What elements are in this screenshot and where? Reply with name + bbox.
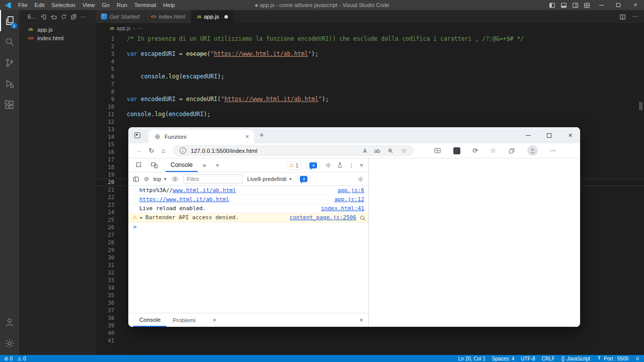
menu-view[interactable]: View [79,0,99,10]
editor-scrollbar[interactable] [639,102,642,110]
code-line-8[interactable]: 8 [96,88,644,96]
cursor-position[interactable]: Ln 20, Col 1 [458,356,486,361]
add-panel-icon[interactable]: + [211,161,224,169]
new-file-icon[interactable] [40,14,47,20]
devtools-more-icon[interactable]: ⋮ [348,162,354,169]
expand-caret-icon[interactable]: ▶ [140,216,142,220]
devtools-close-icon[interactable]: × [359,161,363,169]
console-settings-gear-icon[interactable] [357,176,364,183]
drawer-tab-console[interactable]: Console [133,313,167,327]
console-messages-badge[interactable]: 4 [306,161,320,169]
browser-minimize-button[interactable] [524,135,532,136]
split-editor-icon[interactable] [619,14,626,20]
translate-icon[interactable]: ab [374,148,380,154]
filter-input[interactable]: Filtro [183,174,243,184]
favorites-icon[interactable]: ☆ [490,147,496,154]
eol-sequence[interactable]: CRLF [542,356,555,361]
browser-essentials-icon[interactable] [434,147,441,154]
activity-source-control[interactable] [0,52,19,73]
source-link[interactable]: app.js:6 [338,187,364,194]
code-line-41[interactable]: 41 [96,337,644,344]
menu-go[interactable]: Go [98,0,113,10]
code-line-11[interactable]: 11console.log(encodedURI); [96,111,644,118]
collapse-folders-icon[interactable] [70,14,77,20]
window-close-button[interactable]: × [627,0,644,10]
source-link[interactable]: index.html:41 [321,205,364,212]
toggle-panel-icon[interactable] [560,2,567,9]
refresh-explorer-icon[interactable] [60,14,67,20]
console-prompt[interactable]: > [133,224,137,230]
breadcrumb-file[interactable]: app.js [117,25,131,31]
code-line-3[interactable]: 3var escapedURI = escape("https://www.ht… [96,50,644,58]
menu-selection[interactable]: Selection [48,0,78,10]
encoding[interactable]: UTF-8 [521,356,535,361]
code-line-5[interactable]: 5 [96,65,644,73]
code-line-1[interactable]: 1/* In presenza di un URI utilizziamo la… [96,35,644,43]
home-icon[interactable]: ⌂ [157,147,170,154]
editor-tab-app.js[interactable]: JSapp.js [191,10,234,23]
context-selector[interactable]: top▼ [153,176,167,182]
problems-errors[interactable]: ⊘0 [4,356,13,361]
url-text[interactable]: 127.0.0.1:5500/index.html [191,148,257,154]
extension-icon[interactable] [453,147,460,154]
filter-messages-badge[interactable]: 4 [297,175,310,183]
code-line-40[interactable]: 40 [96,329,644,337]
code-line-6[interactable]: 6 console.log(escapedURI); [96,73,644,80]
drawer-close-icon[interactable]: × [359,316,363,324]
file-item-index.html[interactable]: <>index.html [19,34,96,42]
console-link[interactable]: www.html.it/ab.html [173,187,236,194]
code-line-12[interactable]: 12 [96,118,644,126]
devtools-tab-console[interactable]: Console [166,158,198,172]
new-tab-button[interactable]: + [260,131,264,139]
menu-run[interactable]: Run [113,0,131,10]
activity-extensions[interactable] [0,95,19,116]
menu-help[interactable]: Help [159,0,179,10]
menu-file[interactable]: File [15,0,31,10]
experiments-icon[interactable] [337,162,343,168]
customize-layout-icon[interactable] [584,2,590,9]
notifications-bell-icon[interactable] [635,356,640,361]
profile-avatar[interactable] [527,145,538,156]
console-sidebar-icon[interactable] [133,176,139,183]
browser-settings-more-icon[interactable]: ⋯ [550,147,556,154]
read-aloud-icon[interactable]: A [363,148,367,154]
zoom-icon[interactable] [387,148,393,154]
problems-warnings[interactable]: ⚠0 [17,356,26,361]
page-viewport[interactable] [369,158,580,327]
tab-actions-menu-icon[interactable] [134,132,141,139]
code-line-10[interactable]: 10 [96,103,644,111]
activity-run-debug[interactable] [0,73,19,95]
new-folder-icon[interactable] [50,14,57,20]
toggle-sidebar-icon[interactable] [549,2,555,9]
device-toolbar-icon[interactable] [146,161,162,169]
editor-more-actions-icon[interactable]: ⋯ [632,13,638,20]
explorer-more-icon[interactable]: ⋯ [80,14,86,20]
more-panels-icon[interactable]: » [198,161,211,169]
address-bar[interactable]: i 127.0.0.1:5500/index.html A ab ☆ [173,145,414,156]
window-minimize-button[interactable] [593,0,610,10]
devtools-settings-gear-icon[interactable] [325,162,332,168]
site-info-icon[interactable]: i [180,147,186,154]
drawer-add-icon[interactable]: + [213,316,217,324]
browser-maximize-button[interactable] [545,133,553,138]
search-icon[interactable] [360,216,364,220]
indentation[interactable]: Spaces: 4 [492,356,514,361]
browser-close-button[interactable]: × [567,131,574,139]
toggle-secondary-sidebar-icon[interactable] [572,2,579,9]
menu-terminal[interactable]: Terminal [131,0,159,10]
code-line-4[interactable]: 4 [96,58,644,65]
file-item-app.js[interactable]: JSapp.js [19,25,96,34]
source-link[interactable]: content_page.js:2506 [290,214,356,221]
source-link[interactable]: app.js:12 [334,196,364,203]
editor-tab-index.html[interactable]: <>index.html [145,10,191,23]
breadcrumb[interactable]: JS app.js › ⋯ [96,23,644,33]
collections-icon[interactable] [508,147,515,154]
settings-gear-icon[interactable] [0,333,19,354]
favorite-star-icon[interactable]: ☆ [401,147,407,154]
language-mode[interactable]: {}JavaScript [561,356,590,361]
tab-close-icon[interactable]: × [246,133,249,140]
window-maximize-button[interactable] [610,0,627,10]
warnings-badge[interactable]: ⚠1 [286,161,302,169]
account-icon[interactable] [0,312,19,333]
drawer-tab-problemi[interactable]: Problemi [167,313,201,327]
